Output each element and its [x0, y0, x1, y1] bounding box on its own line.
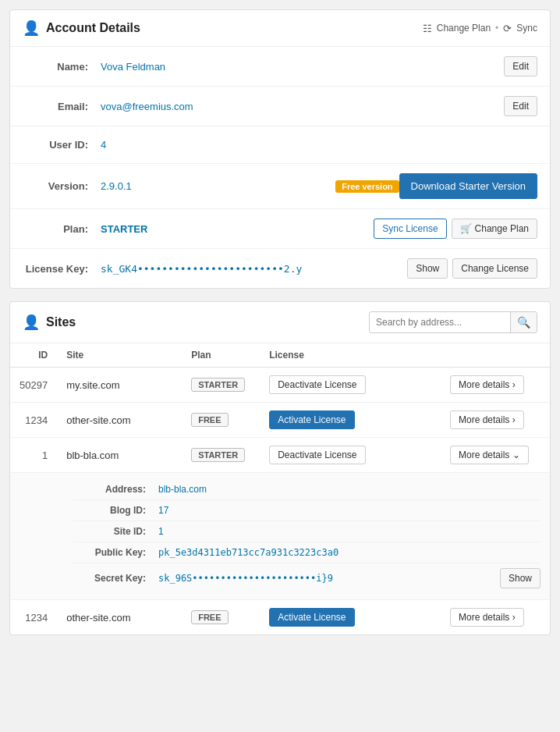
email-label: Email:	[23, 101, 101, 112]
plan-label: Plan:	[23, 223, 101, 235]
version-actions: Download Starter Version	[399, 173, 537, 199]
plan-badge: FREE	[191, 413, 228, 427]
row-license: Deactivate License	[260, 438, 441, 473]
sites-header: 👤 Sites 🔍	[10, 302, 550, 343]
row-site: blb-bla.com	[57, 438, 182, 473]
detail-siteid-row: Site ID: 1	[73, 521, 541, 542]
download-starter-button[interactable]: Download Starter Version	[399, 173, 537, 199]
license-key-row: License Key: sk_GK4•••••••••••••••••••••…	[10, 249, 550, 288]
col-header-plan: Plan	[182, 343, 260, 368]
detail-seckey-value: sk_96S••••••••••••••••••••••i}9	[158, 573, 333, 584]
col-header-id: ID	[10, 343, 57, 368]
more-details-button[interactable]: More details ›	[450, 410, 524, 429]
plan-actions: Sync License 🛒 Change Plan	[374, 219, 537, 239]
detail-seckey-label: Secret Key:	[73, 573, 158, 584]
change-license-button[interactable]: Change License	[452, 258, 537, 279]
row-license: Activate License	[260, 600, 441, 635]
account-title: Account Details	[46, 21, 140, 35]
detail-siteid-value: 1	[158, 526, 164, 537]
row-more: More details ›	[441, 368, 550, 403]
plan-icon: ☷	[423, 23, 432, 34]
row-site: other-site.com	[57, 600, 182, 635]
name-actions: Edit	[504, 56, 537, 76]
email-value: vova@freemius.com	[101, 101, 504, 112]
version-value: 2.9.0.1	[101, 180, 329, 192]
sites-card: 👤 Sites 🔍 ID Site Plan License 50297 my.…	[9, 301, 551, 635]
sites-search-input[interactable]	[370, 313, 510, 332]
show-secret-key-button[interactable]: Show	[500, 568, 541, 588]
row-more: More details ›	[441, 403, 550, 438]
change-plan-button[interactable]: 🛒 Change Plan	[452, 219, 537, 239]
detail-address-label: Address:	[73, 484, 158, 495]
row-id: 1234	[10, 403, 57, 438]
col-header-actions	[441, 343, 550, 368]
more-details-button[interactable]: More details ⌄	[450, 446, 529, 464]
deactivate-license-button[interactable]: Deactivate License	[269, 375, 365, 394]
sync-icon: ⟳	[503, 23, 512, 34]
detail-pubkey-label: Public Key:	[73, 547, 158, 558]
account-body: Name: Vova Feldman Edit Email: vova@free…	[10, 47, 550, 288]
name-value: Vova Feldman	[101, 61, 504, 73]
more-details-button[interactable]: More details ›	[450, 608, 524, 627]
license-key-actions: Show Change License	[407, 258, 537, 279]
detail-siteid-label: Site ID:	[73, 526, 158, 537]
sites-table-head: ID Site Plan License	[10, 343, 550, 368]
free-version-badge: Free version	[335, 180, 399, 193]
email-row: Email: vova@freemius.com Edit	[10, 87, 550, 126]
email-actions: Edit	[504, 96, 537, 116]
plan-badge: FREE	[191, 610, 228, 624]
col-header-license: License	[260, 343, 441, 368]
expanded-details-row: Address: blb-bla.com Blog ID: 17 Site ID…	[10, 473, 550, 600]
detail-pubkey-row: Public Key: pk_5e3d4311eb713cc7a931c3223…	[73, 542, 541, 563]
name-edit-button[interactable]: Edit	[504, 56, 537, 76]
table-row: 1 blb-bla.com STARTER Deactivate License…	[10, 438, 550, 473]
version-row: Version: 2.9.0.1 Free version Download S…	[10, 164, 550, 209]
detail-seckey-actions: Show	[500, 568, 541, 588]
row-id: 50297	[10, 368, 57, 403]
more-details-button[interactable]: More details ›	[450, 375, 524, 394]
detail-blogid-row: Blog ID: 17	[73, 500, 541, 521]
change-plan-header-link[interactable]: Change Plan	[437, 23, 491, 34]
sites-search-button[interactable]: 🔍	[510, 312, 537, 332]
user-id-value: 4	[101, 139, 537, 151]
account-details-header: 👤 Account Details ☷ Change Plan • ⟳ Sync	[10, 10, 550, 47]
detail-blogid-label: Blog ID:	[73, 505, 158, 516]
detail-inner: Address: blb-bla.com Blog ID: 17 Site ID…	[10, 473, 550, 599]
row-plan: STARTER	[182, 368, 260, 403]
row-more: More details ⌄	[441, 438, 550, 473]
detail-address-value: blb-bla.com	[158, 484, 207, 495]
user-id-label: User ID:	[23, 139, 101, 151]
activate-license-button[interactable]: Activate License	[269, 608, 354, 627]
sites-table: ID Site Plan License 50297 my.site.com S…	[10, 343, 550, 634]
sync-license-button[interactable]: Sync License	[374, 219, 446, 239]
user-id-row: User ID: 4	[10, 126, 550, 164]
version-wrap: 2.9.0.1 Free version	[101, 180, 399, 193]
sites-person-icon: 👤	[23, 314, 40, 331]
sites-title: Sites	[46, 315, 76, 329]
row-plan: STARTER	[182, 438, 260, 473]
show-license-button[interactable]: Show	[407, 258, 448, 279]
license-key-label: License Key:	[23, 263, 101, 275]
row-site: other-site.com	[57, 403, 182, 438]
sites-header-left: 👤 Sites	[23, 314, 76, 331]
name-label: Name:	[23, 61, 101, 73]
sites-table-body: 50297 my.site.com STARTER Deactivate Lic…	[10, 368, 550, 635]
cart-icon: 🛒	[460, 223, 472, 234]
detail-blogid-value: 17	[158, 505, 168, 516]
plan-badge: STARTER	[191, 448, 245, 462]
row-site: my.site.com	[57, 368, 182, 403]
plan-value: STARTER	[101, 223, 374, 235]
deactivate-license-button[interactable]: Deactivate License	[269, 446, 365, 464]
activate-license-button[interactable]: Activate License	[269, 410, 354, 429]
table-row: 50297 my.site.com STARTER Deactivate Lic…	[10, 368, 550, 403]
row-id: 1234	[10, 600, 57, 635]
plan-row: Plan: STARTER Sync License 🛒 Change Plan	[10, 209, 550, 249]
sync-header-link[interactable]: Sync	[516, 23, 537, 34]
detail-seckey-row: Secret Key: sk_96S••••••••••••••••••••••…	[73, 563, 541, 593]
table-row: 1234 other-site.com FREE Activate Licens…	[10, 600, 550, 635]
account-details-card: 👤 Account Details ☷ Change Plan • ⟳ Sync…	[9, 9, 551, 289]
person-icon: 👤	[23, 20, 40, 37]
license-key-value: sk_GK4••••••••••••••••••••••••2.y	[101, 263, 407, 275]
email-edit-button[interactable]: Edit	[504, 96, 537, 116]
table-row: 1234 other-site.com FREE Activate Licens…	[10, 403, 550, 438]
